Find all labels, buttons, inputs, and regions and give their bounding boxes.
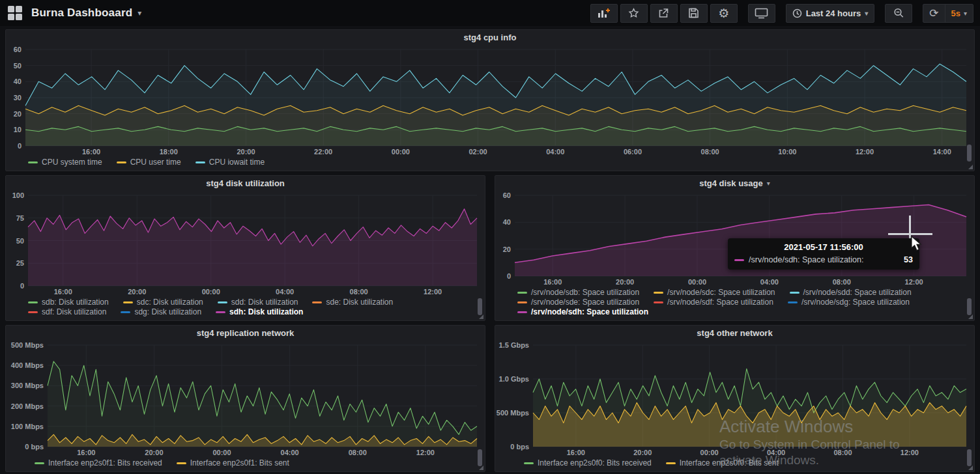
legend-color-dash <box>177 462 186 464</box>
svg-text:100: 100 <box>12 191 24 199</box>
panel-scrollbar[interactable] <box>478 298 482 315</box>
navbar: Burna Dashboaard ▾ <box>0 0 980 26</box>
svg-text:08:00: 08:00 <box>350 288 368 296</box>
panel-scrollbar[interactable] <box>967 145 972 161</box>
legend-label: Interface enp2s0f1: Bits received <box>48 458 162 467</box>
panel-replication-network-header[interactable]: stg4 replication network <box>6 326 485 340</box>
legend-label: sdd: Disk utilization <box>231 298 298 307</box>
settings-button[interactable]: ⚙ <box>710 4 738 23</box>
panel-other-network-chart[interactable]: 0 bps500 Mbps1.0 Gbps1.5 Gbps16:0020:000… <box>495 340 974 458</box>
legend-item[interactable]: /srv/node/sdb: Space utilization <box>517 288 639 297</box>
panel-scrollbar[interactable] <box>478 449 482 466</box>
legend-label: CPU system time <box>42 158 102 167</box>
legend-item[interactable]: CPU iowait time <box>195 158 265 167</box>
svg-text:00:00: 00:00 <box>212 449 231 456</box>
legend-label: /srv/node/sdf: Space utilization <box>667 298 773 307</box>
save-button[interactable] <box>680 4 708 23</box>
legend-label: sde: Disk utilization <box>326 298 393 307</box>
svg-text:500 Mbps: 500 Mbps <box>497 409 529 417</box>
legend-item[interactable]: /srv/node/sdf: Space utilization <box>654 298 773 307</box>
legend-item[interactable]: Interface enp2s0f1: Bits sent <box>177 458 289 467</box>
legend-item[interactable]: sdh: Disk utilization <box>216 307 303 316</box>
dashboard-title[interactable]: Burna Dashboaard <box>31 7 132 20</box>
panel-disk-utilization-chart[interactable]: 025507510016:0020:0000:0004:0008:0012:00 <box>6 190 485 297</box>
navbar-controls: ⚙ Last 24 hours ▾ <box>590 4 973 23</box>
legend-item[interactable]: Interface enp2s0f1: Bits received <box>35 458 162 467</box>
legend-label: /srv/node/sdb: Space utilization <box>531 288 639 297</box>
time-range-picker[interactable]: Last 24 hours ▾ <box>786 4 875 23</box>
panel-other-network-header[interactable]: stg4 other network <box>495 326 974 340</box>
panel-resize-handle[interactable] <box>968 314 973 319</box>
chart-svg: 025507510016:0020:0000:0004:0008:0012:00 <box>6 190 485 297</box>
grafana-apps-icon[interactable] <box>8 6 22 20</box>
panel-replication-network-chart[interactable]: 0 bps100 Mbps200 Mbps300 Mbps400 Mbps500… <box>6 340 485 458</box>
legend-item[interactable]: sdc: Disk utilization <box>123 298 203 307</box>
tv-icon <box>755 8 768 19</box>
legend-item[interactable]: sdg: Disk utilization <box>121 307 201 316</box>
legend-color-dash <box>216 311 225 313</box>
legend-label: Interface enp2s0f1: Bits sent <box>190 458 289 467</box>
legend-item[interactable]: sdb: Disk utilization <box>28 298 109 307</box>
panel-scrollbar[interactable] <box>967 449 972 466</box>
legend-item[interactable]: /srv/node/sdc: Space utilization <box>654 288 775 297</box>
panel-replication-network: stg4 replication network 0 bps100 Mbps20… <box>5 325 485 472</box>
gear-icon: ⚙ <box>718 7 729 20</box>
legend-item[interactable]: Interface enp2s0f0: Bits received <box>524 458 652 467</box>
add-panel-button[interactable] <box>590 4 618 23</box>
svg-text:10:00: 10:00 <box>778 148 796 156</box>
legend-color-dash <box>790 292 800 294</box>
legend-item[interactable]: sdd: Disk utilization <box>218 298 298 307</box>
graph-tooltip: 2021-05-17 11:56:00 /srv/node/sdh: Space… <box>728 238 919 270</box>
panel-cpu-info-header[interactable]: stg4 cpu info <box>6 30 974 44</box>
legend-item[interactable]: sdf: Disk utilization <box>28 307 106 316</box>
legend-label: /srv/node/sdh: Space utilization <box>531 307 648 316</box>
refresh-icon: ⟳ <box>929 8 938 19</box>
panel-resize-handle[interactable] <box>479 314 483 319</box>
svg-text:10: 10 <box>14 126 22 133</box>
svg-text:00:00: 00:00 <box>688 278 706 286</box>
dashboard-title-caret-icon[interactable]: ▾ <box>137 8 141 18</box>
legend-color-dash <box>788 301 798 303</box>
panel-disk-usage-header[interactable]: stg4 disk usage ▾ <box>495 176 974 190</box>
panel-disk-utilization-header[interactable]: stg4 disk utilization <box>6 176 485 190</box>
save-icon <box>688 8 699 18</box>
panel-cpu-info-chart[interactable]: 010203040506016:0018:0020:0022:0000:0002… <box>6 44 974 157</box>
legend-label: /srv/node/sdd: Space utilization <box>803 288 912 297</box>
panel-resize-handle[interactable] <box>968 466 973 470</box>
panel-cpu-info: stg4 cpu info 010203040506016:0018:0020:… <box>5 29 975 171</box>
tooltip-value: 53 <box>904 255 913 264</box>
zoom-out-button[interactable] <box>885 4 912 23</box>
panel-title: stg4 other network <box>697 328 772 338</box>
legend-item[interactable]: CPU system time <box>28 158 102 167</box>
legend-item[interactable]: CPU user time <box>117 158 181 167</box>
panel-resize-handle[interactable] <box>968 165 973 169</box>
share-button[interactable] <box>650 4 678 23</box>
legend-color-dash <box>524 462 534 464</box>
star-button[interactable] <box>620 4 648 23</box>
legend-item[interactable]: /srv/node/sdh: Space utilization <box>517 307 648 316</box>
legend-item[interactable]: Interface enp2s0f0: Bits sent <box>666 458 779 467</box>
svg-text:12:00: 12:00 <box>905 278 923 286</box>
svg-text:06:00: 06:00 <box>624 148 642 156</box>
svg-text:100 Mbps: 100 Mbps <box>11 423 44 430</box>
legend-color-dash <box>28 301 38 303</box>
tooltip-series-color <box>734 259 744 261</box>
tv-mode-button[interactable] <box>748 4 775 23</box>
svg-text:04:00: 04:00 <box>276 288 294 296</box>
svg-text:12:00: 12:00 <box>416 449 435 456</box>
legend-item[interactable]: /srv/node/sdd: Space utilization <box>790 288 912 297</box>
svg-text:04:00: 04:00 <box>767 449 785 456</box>
refresh-interval-dropdown[interactable]: 5s ▾ <box>945 5 973 22</box>
svg-text:0 bps: 0 bps <box>25 443 44 451</box>
panel-resize-handle[interactable] <box>479 466 483 470</box>
legend-item[interactable]: /srv/node/sde: Space utilization <box>517 298 639 307</box>
refresh-button[interactable]: ⟳ <box>923 5 944 22</box>
svg-text:1.0 Gbps: 1.0 Gbps <box>499 375 529 383</box>
legend-item[interactable]: sde: Disk utilization <box>312 298 393 307</box>
panel-scrollbar[interactable] <box>967 298 972 315</box>
svg-text:40: 40 <box>14 77 22 85</box>
legend-color-dash <box>666 462 676 464</box>
panel-menu-caret-icon[interactable]: ▾ <box>767 180 770 187</box>
legend-item[interactable]: /srv/node/sdg: Space utilization <box>788 298 910 307</box>
svg-text:16:00: 16:00 <box>543 278 562 286</box>
